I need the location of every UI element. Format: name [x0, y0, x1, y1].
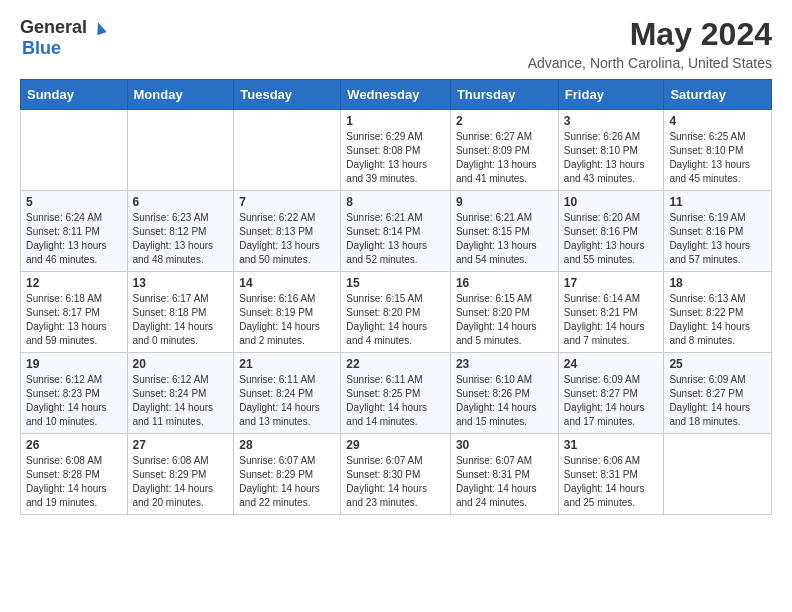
calendar-cell: 13Sunrise: 6:17 AM Sunset: 8:18 PM Dayli… [127, 272, 234, 353]
calendar-cell: 27Sunrise: 6:08 AM Sunset: 8:29 PM Dayli… [127, 434, 234, 515]
day-number: 12 [26, 276, 122, 290]
calendar-cell: 4Sunrise: 6:25 AM Sunset: 8:10 PM Daylig… [664, 110, 772, 191]
day-number: 30 [456, 438, 553, 452]
day-number: 20 [133, 357, 229, 371]
day-number: 8 [346, 195, 445, 209]
calendar-cell: 2Sunrise: 6:27 AM Sunset: 8:09 PM Daylig… [450, 110, 558, 191]
day-info: Sunrise: 6:19 AM Sunset: 8:16 PM Dayligh… [669, 211, 766, 267]
calendar-cell: 9Sunrise: 6:21 AM Sunset: 8:15 PM Daylig… [450, 191, 558, 272]
day-info: Sunrise: 6:12 AM Sunset: 8:23 PM Dayligh… [26, 373, 122, 429]
calendar-cell: 25Sunrise: 6:09 AM Sunset: 8:27 PM Dayli… [664, 353, 772, 434]
calendar-cell: 20Sunrise: 6:12 AM Sunset: 8:24 PM Dayli… [127, 353, 234, 434]
day-number: 21 [239, 357, 335, 371]
calendar-cell: 21Sunrise: 6:11 AM Sunset: 8:24 PM Dayli… [234, 353, 341, 434]
day-info: Sunrise: 6:11 AM Sunset: 8:25 PM Dayligh… [346, 373, 445, 429]
day-header-wednesday: Wednesday [341, 80, 451, 110]
calendar-cell: 18Sunrise: 6:13 AM Sunset: 8:22 PM Dayli… [664, 272, 772, 353]
calendar-cell: 11Sunrise: 6:19 AM Sunset: 8:16 PM Dayli… [664, 191, 772, 272]
day-info: Sunrise: 6:15 AM Sunset: 8:20 PM Dayligh… [346, 292, 445, 348]
day-number: 1 [346, 114, 445, 128]
day-number: 13 [133, 276, 229, 290]
calendar-week-row: 26Sunrise: 6:08 AM Sunset: 8:28 PM Dayli… [21, 434, 772, 515]
calendar-cell: 30Sunrise: 6:07 AM Sunset: 8:31 PM Dayli… [450, 434, 558, 515]
day-info: Sunrise: 6:29 AM Sunset: 8:08 PM Dayligh… [346, 130, 445, 186]
day-number: 28 [239, 438, 335, 452]
svg-marker-0 [93, 21, 107, 36]
day-info: Sunrise: 6:08 AM Sunset: 8:28 PM Dayligh… [26, 454, 122, 510]
calendar-cell: 10Sunrise: 6:20 AM Sunset: 8:16 PM Dayli… [558, 191, 664, 272]
calendar-cell: 3Sunrise: 6:26 AM Sunset: 8:10 PM Daylig… [558, 110, 664, 191]
calendar-cell: 16Sunrise: 6:15 AM Sunset: 8:20 PM Dayli… [450, 272, 558, 353]
day-number: 29 [346, 438, 445, 452]
day-info: Sunrise: 6:09 AM Sunset: 8:27 PM Dayligh… [669, 373, 766, 429]
day-info: Sunrise: 6:08 AM Sunset: 8:29 PM Dayligh… [133, 454, 229, 510]
day-number: 15 [346, 276, 445, 290]
day-number: 27 [133, 438, 229, 452]
day-info: Sunrise: 6:20 AM Sunset: 8:16 PM Dayligh… [564, 211, 659, 267]
day-info: Sunrise: 6:27 AM Sunset: 8:09 PM Dayligh… [456, 130, 553, 186]
day-header-saturday: Saturday [664, 80, 772, 110]
calendar-cell: 29Sunrise: 6:07 AM Sunset: 8:30 PM Dayli… [341, 434, 451, 515]
day-number: 9 [456, 195, 553, 209]
calendar-week-row: 12Sunrise: 6:18 AM Sunset: 8:17 PM Dayli… [21, 272, 772, 353]
logo: General Blue [20, 16, 111, 59]
calendar-cell [127, 110, 234, 191]
day-number: 26 [26, 438, 122, 452]
calendar-cell: 24Sunrise: 6:09 AM Sunset: 8:27 PM Dayli… [558, 353, 664, 434]
calendar-cell: 17Sunrise: 6:14 AM Sunset: 8:21 PM Dayli… [558, 272, 664, 353]
day-info: Sunrise: 6:16 AM Sunset: 8:19 PM Dayligh… [239, 292, 335, 348]
calendar-cell: 1Sunrise: 6:29 AM Sunset: 8:08 PM Daylig… [341, 110, 451, 191]
day-info: Sunrise: 6:09 AM Sunset: 8:27 PM Dayligh… [564, 373, 659, 429]
location-text: Advance, North Carolina, United States [528, 55, 772, 71]
day-info: Sunrise: 6:07 AM Sunset: 8:30 PM Dayligh… [346, 454, 445, 510]
day-number: 17 [564, 276, 659, 290]
calendar-cell: 26Sunrise: 6:08 AM Sunset: 8:28 PM Dayli… [21, 434, 128, 515]
calendar-table: SundayMondayTuesdayWednesdayThursdayFrid… [20, 79, 772, 515]
day-number: 6 [133, 195, 229, 209]
calendar-cell [234, 110, 341, 191]
calendar-cell: 22Sunrise: 6:11 AM Sunset: 8:25 PM Dayli… [341, 353, 451, 434]
day-info: Sunrise: 6:17 AM Sunset: 8:18 PM Dayligh… [133, 292, 229, 348]
day-info: Sunrise: 6:12 AM Sunset: 8:24 PM Dayligh… [133, 373, 229, 429]
day-number: 19 [26, 357, 122, 371]
day-number: 4 [669, 114, 766, 128]
calendar-cell: 8Sunrise: 6:21 AM Sunset: 8:14 PM Daylig… [341, 191, 451, 272]
day-number: 23 [456, 357, 553, 371]
day-header-friday: Friday [558, 80, 664, 110]
calendar-week-row: 1Sunrise: 6:29 AM Sunset: 8:08 PM Daylig… [21, 110, 772, 191]
day-header-thursday: Thursday [450, 80, 558, 110]
calendar-cell: 31Sunrise: 6:06 AM Sunset: 8:31 PM Dayli… [558, 434, 664, 515]
day-info: Sunrise: 6:22 AM Sunset: 8:13 PM Dayligh… [239, 211, 335, 267]
calendar-cell: 15Sunrise: 6:15 AM Sunset: 8:20 PM Dayli… [341, 272, 451, 353]
day-info: Sunrise: 6:06 AM Sunset: 8:31 PM Dayligh… [564, 454, 659, 510]
day-info: Sunrise: 6:26 AM Sunset: 8:10 PM Dayligh… [564, 130, 659, 186]
day-number: 2 [456, 114, 553, 128]
day-header-monday: Monday [127, 80, 234, 110]
day-number: 3 [564, 114, 659, 128]
day-info: Sunrise: 6:11 AM Sunset: 8:24 PM Dayligh… [239, 373, 335, 429]
day-header-tuesday: Tuesday [234, 80, 341, 110]
logo-blue-text: Blue [22, 38, 61, 58]
day-info: Sunrise: 6:07 AM Sunset: 8:29 PM Dayligh… [239, 454, 335, 510]
calendar-week-row: 5Sunrise: 6:24 AM Sunset: 8:11 PM Daylig… [21, 191, 772, 272]
calendar-cell: 28Sunrise: 6:07 AM Sunset: 8:29 PM Dayli… [234, 434, 341, 515]
day-info: Sunrise: 6:18 AM Sunset: 8:17 PM Dayligh… [26, 292, 122, 348]
page-header: General Blue May 2024 Advance, North Car… [20, 16, 772, 71]
day-number: 22 [346, 357, 445, 371]
day-info: Sunrise: 6:13 AM Sunset: 8:22 PM Dayligh… [669, 292, 766, 348]
title-section: May 2024 Advance, North Carolina, United… [528, 16, 772, 71]
day-info: Sunrise: 6:23 AM Sunset: 8:12 PM Dayligh… [133, 211, 229, 267]
calendar-cell: 19Sunrise: 6:12 AM Sunset: 8:23 PM Dayli… [21, 353, 128, 434]
day-number: 24 [564, 357, 659, 371]
day-info: Sunrise: 6:14 AM Sunset: 8:21 PM Dayligh… [564, 292, 659, 348]
day-number: 18 [669, 276, 766, 290]
day-number: 25 [669, 357, 766, 371]
day-number: 5 [26, 195, 122, 209]
day-number: 10 [564, 195, 659, 209]
month-year-title: May 2024 [528, 16, 772, 53]
calendar-cell: 23Sunrise: 6:10 AM Sunset: 8:26 PM Dayli… [450, 353, 558, 434]
logo-triangle-icon [89, 16, 111, 38]
day-info: Sunrise: 6:07 AM Sunset: 8:31 PM Dayligh… [456, 454, 553, 510]
day-number: 11 [669, 195, 766, 209]
day-info: Sunrise: 6:10 AM Sunset: 8:26 PM Dayligh… [456, 373, 553, 429]
